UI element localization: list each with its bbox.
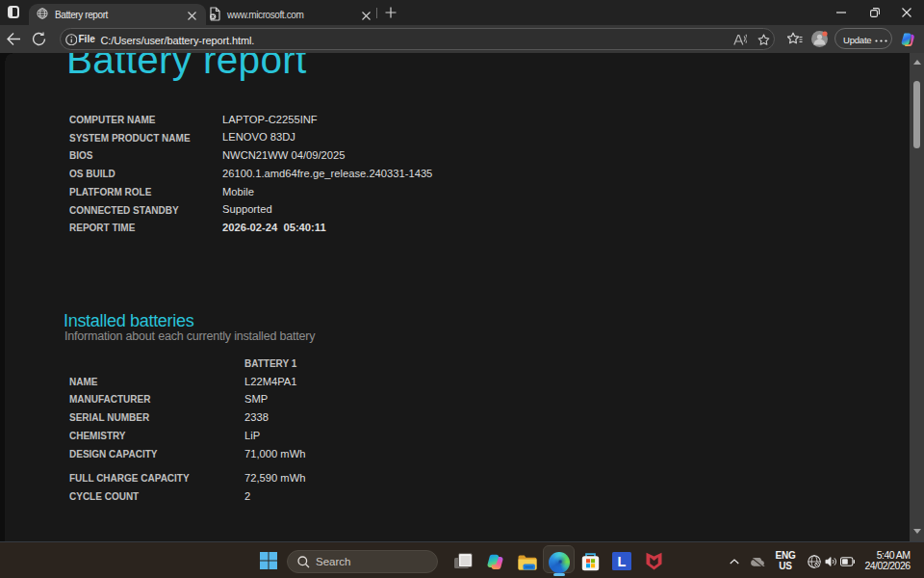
svg-text:L: L	[618, 554, 627, 569]
